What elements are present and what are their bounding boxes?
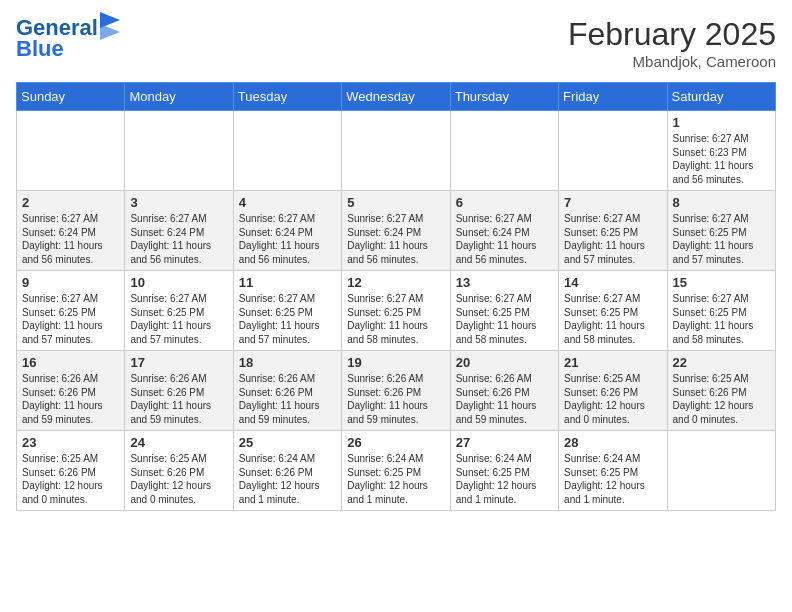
calendar-cell: 18Sunrise: 6:26 AM Sunset: 6:26 PM Dayli… — [233, 351, 341, 431]
page-header: General Blue February 2025 Mbandjok, Cam… — [16, 16, 776, 70]
calendar-cell: 20Sunrise: 6:26 AM Sunset: 6:26 PM Dayli… — [450, 351, 558, 431]
day-number: 23 — [22, 435, 119, 450]
calendar-week-row: 16Sunrise: 6:26 AM Sunset: 6:26 PM Dayli… — [17, 351, 776, 431]
cell-info: Sunrise: 6:25 AM Sunset: 6:26 PM Dayligh… — [564, 372, 661, 426]
day-number: 18 — [239, 355, 336, 370]
weekday-header: Wednesday — [342, 83, 450, 111]
cell-info: Sunrise: 6:26 AM Sunset: 6:26 PM Dayligh… — [347, 372, 444, 426]
calendar-cell — [17, 111, 125, 191]
weekday-header: Monday — [125, 83, 233, 111]
day-number: 8 — [673, 195, 770, 210]
cell-info: Sunrise: 6:27 AM Sunset: 6:25 PM Dayligh… — [673, 212, 770, 266]
cell-info: Sunrise: 6:27 AM Sunset: 6:25 PM Dayligh… — [564, 292, 661, 346]
weekday-header: Sunday — [17, 83, 125, 111]
day-number: 10 — [130, 275, 227, 290]
day-number: 28 — [564, 435, 661, 450]
svg-marker-1 — [100, 24, 120, 40]
calendar-cell: 23Sunrise: 6:25 AM Sunset: 6:26 PM Dayli… — [17, 431, 125, 511]
calendar-cell: 7Sunrise: 6:27 AM Sunset: 6:25 PM Daylig… — [559, 191, 667, 271]
calendar-cell: 1Sunrise: 6:27 AM Sunset: 6:23 PM Daylig… — [667, 111, 775, 191]
day-number: 13 — [456, 275, 553, 290]
calendar-table: SundayMondayTuesdayWednesdayThursdayFrid… — [16, 82, 776, 511]
calendar-cell: 2Sunrise: 6:27 AM Sunset: 6:24 PM Daylig… — [17, 191, 125, 271]
calendar-cell: 11Sunrise: 6:27 AM Sunset: 6:25 PM Dayli… — [233, 271, 341, 351]
day-number: 22 — [673, 355, 770, 370]
calendar-cell — [342, 111, 450, 191]
calendar-cell — [450, 111, 558, 191]
calendar-cell: 10Sunrise: 6:27 AM Sunset: 6:25 PM Dayli… — [125, 271, 233, 351]
day-number: 9 — [22, 275, 119, 290]
cell-info: Sunrise: 6:27 AM Sunset: 6:24 PM Dayligh… — [456, 212, 553, 266]
day-number: 21 — [564, 355, 661, 370]
calendar-cell: 28Sunrise: 6:24 AM Sunset: 6:25 PM Dayli… — [559, 431, 667, 511]
weekday-header-row: SundayMondayTuesdayWednesdayThursdayFrid… — [17, 83, 776, 111]
calendar-cell: 14Sunrise: 6:27 AM Sunset: 6:25 PM Dayli… — [559, 271, 667, 351]
calendar-cell: 24Sunrise: 6:25 AM Sunset: 6:26 PM Dayli… — [125, 431, 233, 511]
day-number: 17 — [130, 355, 227, 370]
weekday-header: Saturday — [667, 83, 775, 111]
calendar-cell: 27Sunrise: 6:24 AM Sunset: 6:25 PM Dayli… — [450, 431, 558, 511]
day-number: 27 — [456, 435, 553, 450]
day-number: 24 — [130, 435, 227, 450]
calendar-cell: 12Sunrise: 6:27 AM Sunset: 6:25 PM Dayli… — [342, 271, 450, 351]
calendar-cell: 16Sunrise: 6:26 AM Sunset: 6:26 PM Dayli… — [17, 351, 125, 431]
location: Mbandjok, Cameroon — [568, 53, 776, 70]
cell-info: Sunrise: 6:27 AM Sunset: 6:24 PM Dayligh… — [347, 212, 444, 266]
day-number: 3 — [130, 195, 227, 210]
calendar-cell: 26Sunrise: 6:24 AM Sunset: 6:25 PM Dayli… — [342, 431, 450, 511]
title-block: February 2025 Mbandjok, Cameroon — [568, 16, 776, 70]
calendar-cell — [125, 111, 233, 191]
calendar-cell: 5Sunrise: 6:27 AM Sunset: 6:24 PM Daylig… — [342, 191, 450, 271]
calendar-cell: 21Sunrise: 6:25 AM Sunset: 6:26 PM Dayli… — [559, 351, 667, 431]
cell-info: Sunrise: 6:27 AM Sunset: 6:23 PM Dayligh… — [673, 132, 770, 186]
cell-info: Sunrise: 6:25 AM Sunset: 6:26 PM Dayligh… — [130, 452, 227, 506]
calendar-cell: 15Sunrise: 6:27 AM Sunset: 6:25 PM Dayli… — [667, 271, 775, 351]
month-year: February 2025 — [568, 16, 776, 53]
calendar-cell — [233, 111, 341, 191]
calendar-cell: 9Sunrise: 6:27 AM Sunset: 6:25 PM Daylig… — [17, 271, 125, 351]
logo: General Blue — [16, 16, 120, 62]
day-number: 16 — [22, 355, 119, 370]
day-number: 12 — [347, 275, 444, 290]
calendar-week-row: 23Sunrise: 6:25 AM Sunset: 6:26 PM Dayli… — [17, 431, 776, 511]
cell-info: Sunrise: 6:26 AM Sunset: 6:26 PM Dayligh… — [456, 372, 553, 426]
cell-info: Sunrise: 6:27 AM Sunset: 6:25 PM Dayligh… — [130, 292, 227, 346]
cell-info: Sunrise: 6:27 AM Sunset: 6:25 PM Dayligh… — [347, 292, 444, 346]
cell-info: Sunrise: 6:27 AM Sunset: 6:24 PM Dayligh… — [130, 212, 227, 266]
cell-info: Sunrise: 6:27 AM Sunset: 6:24 PM Dayligh… — [239, 212, 336, 266]
calendar-cell: 6Sunrise: 6:27 AM Sunset: 6:24 PM Daylig… — [450, 191, 558, 271]
cell-info: Sunrise: 6:24 AM Sunset: 6:26 PM Dayligh… — [239, 452, 336, 506]
cell-info: Sunrise: 6:27 AM Sunset: 6:24 PM Dayligh… — [22, 212, 119, 266]
day-number: 26 — [347, 435, 444, 450]
calendar-cell — [667, 431, 775, 511]
cell-info: Sunrise: 6:27 AM Sunset: 6:25 PM Dayligh… — [456, 292, 553, 346]
calendar-cell: 25Sunrise: 6:24 AM Sunset: 6:26 PM Dayli… — [233, 431, 341, 511]
calendar-cell: 13Sunrise: 6:27 AM Sunset: 6:25 PM Dayli… — [450, 271, 558, 351]
calendar-cell: 22Sunrise: 6:25 AM Sunset: 6:26 PM Dayli… — [667, 351, 775, 431]
calendar-cell: 4Sunrise: 6:27 AM Sunset: 6:24 PM Daylig… — [233, 191, 341, 271]
calendar-week-row: 2Sunrise: 6:27 AM Sunset: 6:24 PM Daylig… — [17, 191, 776, 271]
cell-info: Sunrise: 6:24 AM Sunset: 6:25 PM Dayligh… — [347, 452, 444, 506]
day-number: 20 — [456, 355, 553, 370]
calendar-week-row: 1Sunrise: 6:27 AM Sunset: 6:23 PM Daylig… — [17, 111, 776, 191]
day-number: 6 — [456, 195, 553, 210]
day-number: 25 — [239, 435, 336, 450]
calendar-cell: 8Sunrise: 6:27 AM Sunset: 6:25 PM Daylig… — [667, 191, 775, 271]
calendar-week-row: 9Sunrise: 6:27 AM Sunset: 6:25 PM Daylig… — [17, 271, 776, 351]
day-number: 1 — [673, 115, 770, 130]
day-number: 14 — [564, 275, 661, 290]
day-number: 15 — [673, 275, 770, 290]
cell-info: Sunrise: 6:26 AM Sunset: 6:26 PM Dayligh… — [130, 372, 227, 426]
logo-icon — [100, 12, 120, 40]
day-number: 4 — [239, 195, 336, 210]
cell-info: Sunrise: 6:27 AM Sunset: 6:25 PM Dayligh… — [673, 292, 770, 346]
day-number: 2 — [22, 195, 119, 210]
cell-info: Sunrise: 6:27 AM Sunset: 6:25 PM Dayligh… — [239, 292, 336, 346]
cell-info: Sunrise: 6:27 AM Sunset: 6:25 PM Dayligh… — [564, 212, 661, 266]
calendar-cell: 3Sunrise: 6:27 AM Sunset: 6:24 PM Daylig… — [125, 191, 233, 271]
day-number: 19 — [347, 355, 444, 370]
day-number: 5 — [347, 195, 444, 210]
calendar-cell: 19Sunrise: 6:26 AM Sunset: 6:26 PM Dayli… — [342, 351, 450, 431]
cell-info: Sunrise: 6:26 AM Sunset: 6:26 PM Dayligh… — [22, 372, 119, 426]
cell-info: Sunrise: 6:25 AM Sunset: 6:26 PM Dayligh… — [673, 372, 770, 426]
